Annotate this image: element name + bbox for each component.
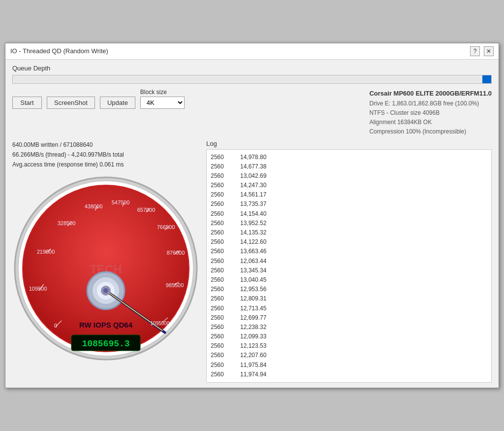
log-row: 256013,345.34 <box>211 266 487 275</box>
stat-line2: 66.266MB/s (thread) - 4,240.997MB/s tota… <box>12 150 199 160</box>
log-col2: 12,123.53 <box>240 341 280 351</box>
svg-text:RW IOPS QD64: RW IOPS QD64 <box>79 321 133 329</box>
help-button[interactable]: ? <box>470 46 480 56</box>
log-row: 256014,978.80 <box>211 153 487 162</box>
log-col1: 2560 <box>211 199 230 209</box>
log-row: 256014,561.17 <box>211 190 487 199</box>
log-col2: 13,952.52 <box>240 219 280 228</box>
log-col1: 2560 <box>211 162 230 171</box>
log-row: 256012,063.44 <box>211 257 487 266</box>
log-row: 256012,953.56 <box>211 285 487 294</box>
stats: 640.00MB written / 671088640 66.266MB/s … <box>12 140 199 170</box>
log-row: 256014,154.40 <box>211 209 487 219</box>
svg-text:TECH: TECH <box>90 263 122 276</box>
window-title: IO - Threaded QD (Random Write) <box>10 47 108 55</box>
svg-text:109500: 109500 <box>29 286 47 292</box>
log-col2: 12,238.32 <box>240 323 280 332</box>
svg-text:985500: 985500 <box>166 282 184 288</box>
main-area: 640.00MB written / 671088640 66.266MB/s … <box>12 140 492 383</box>
log-col1: 2560 <box>211 370 230 379</box>
log-col1: 2560 <box>211 219 230 228</box>
svg-text:547500: 547500 <box>112 199 130 205</box>
log-col1: 2560 <box>211 190 230 199</box>
log-col1: 2560 <box>211 275 230 285</box>
log-col1: 2560 <box>211 247 230 256</box>
svg-text:219000: 219000 <box>37 249 55 255</box>
log-col2: 13,042.69 <box>240 171 280 181</box>
left-panel: 640.00MB written / 671088640 66.266MB/s … <box>12 140 199 383</box>
svg-text:1095000: 1095000 <box>151 321 170 326</box>
log-row: 256013,952.52 <box>211 219 487 228</box>
log-col1: 2560 <box>211 323 230 332</box>
drive-info: Corsair MP600 ELITE 2000GB/ERFM11.0 Driv… <box>369 89 492 137</box>
block-size-select[interactable]: 4K 8K 16K 32K 64K <box>140 97 185 109</box>
drive-fs: NTFS - Cluster size 4096B <box>369 108 492 118</box>
svg-text:328500: 328500 <box>58 220 76 226</box>
log-col1: 2560 <box>211 304 230 313</box>
log-col1: 2560 <box>211 181 230 190</box>
log-row: 256013,042.69 <box>211 171 487 181</box>
log-row: 256013,735.37 <box>211 199 487 209</box>
block-size-label: Block size <box>140 89 185 96</box>
log-col1: 2560 <box>211 341 230 351</box>
log-col2: 14,247.30 <box>240 181 280 190</box>
log-col2: 12,953.56 <box>240 285 280 294</box>
speedometer: RW IOPS QD64 1085695.3 0 109500 219000 3… <box>12 175 199 362</box>
log-row: 256012,099.33 <box>211 332 487 341</box>
log-col1: 2560 <box>211 237 230 247</box>
log-box[interactable]: 256014,978.80256014,677.38256013,042.692… <box>206 149 492 383</box>
log-col2: 11,974.94 <box>240 370 280 379</box>
log-col2: 12,207.60 <box>240 351 280 360</box>
progress-bar <box>12 75 492 84</box>
svg-text:GAMERS: GAMERS <box>91 277 121 285</box>
log-col1: 2560 <box>211 294 230 303</box>
queue-depth-label: Queue Depth <box>12 65 492 72</box>
log-col2: 14,677.38 <box>240 162 280 171</box>
log-col2: 11,975.84 <box>240 361 280 370</box>
log-col1: 2560 <box>211 313 230 323</box>
log-row: 256012,699.77 <box>211 313 487 323</box>
svg-point-10 <box>103 288 108 293</box>
log-col2: 14,122.60 <box>240 237 280 247</box>
stat-line1: 640.00MB written / 671088640 <box>12 140 199 150</box>
log-row: 256012,238.32 <box>211 323 487 332</box>
title-bar: IO - Threaded QD (Random Write) ? ✕ <box>5 43 499 60</box>
log-row: 256013,663.46 <box>211 247 487 256</box>
log-row: 256012,123.53 <box>211 341 487 351</box>
log-col1: 2560 <box>211 332 230 341</box>
log-col1: 2560 <box>211 266 230 275</box>
log-col1: 2560 <box>211 209 230 219</box>
close-button[interactable]: ✕ <box>484 46 494 56</box>
log-col2: 13,663.46 <box>240 247 280 256</box>
log-label: Log <box>206 140 492 147</box>
log-row: 256012,713.45 <box>211 304 487 313</box>
log-col1: 2560 <box>211 153 230 162</box>
stat-line3: Avg.access time (response time) 0.061 ms <box>12 160 199 169</box>
log-col2: 12,699.77 <box>240 313 280 323</box>
log-col2: 14,154.40 <box>240 209 280 219</box>
svg-text:438000: 438000 <box>85 203 103 209</box>
log-row: 256012,207.60 <box>211 351 487 360</box>
log-col2: 13,735.37 <box>240 199 280 209</box>
log-row: 256014,135.32 <box>211 228 487 237</box>
log-row: 256012,809.31 <box>211 294 487 303</box>
toolbar: Start ScreenShot Update Block size 4K 8K… <box>12 89 185 109</box>
content-area: Queue Depth Start ScreenShot Update Bloc… <box>5 60 499 388</box>
update-button[interactable]: Update <box>100 97 135 109</box>
drive-name: Corsair MP600 ELITE 2000GB/ERFM11.0 <box>369 89 492 99</box>
log-row: 256013,040.45 <box>211 275 487 285</box>
log-col2: 12,809.31 <box>240 294 280 303</box>
main-window: IO - Threaded QD (Random Write) ? ✕ Queu… <box>5 43 499 388</box>
speedometer-svg: RW IOPS QD64 1085695.3 0 109500 219000 3… <box>12 175 199 362</box>
log-col1: 2560 <box>211 361 230 370</box>
log-col2: 13,040.45 <box>240 275 280 285</box>
log-col1: 2560 <box>211 228 230 237</box>
right-panel: Log 256014,978.80256014,677.38256013,042… <box>206 140 492 383</box>
progress-bar-fill <box>482 75 491 83</box>
log-row: 256011,974.94 <box>211 370 487 379</box>
log-col2: 14,135.32 <box>240 228 280 237</box>
screenshot-button[interactable]: ScreenShot <box>47 97 95 109</box>
log-row: 256014,677.38 <box>211 162 487 171</box>
start-button[interactable]: Start <box>12 97 42 109</box>
log-col1: 2560 <box>211 351 230 360</box>
